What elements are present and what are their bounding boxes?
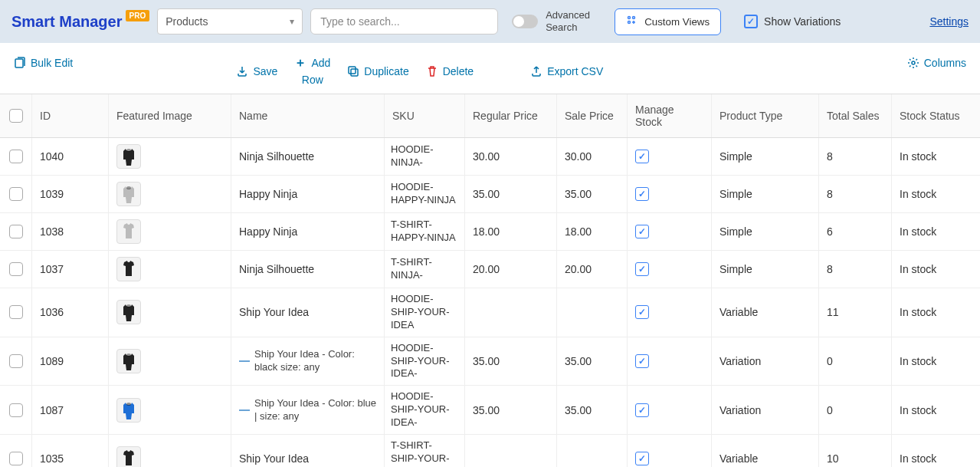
name-cell[interactable]: Ninja Silhouette [231,251,385,288]
sku-cell[interactable]: HOODIE-SHIP-YOUR-IDEA- [385,386,465,434]
stock-status-cell[interactable]: In stock [892,337,976,386]
manage-stock-cell[interactable]: ✓ [628,251,712,288]
header-sale-price[interactable]: Sale Price [557,94,628,137]
table-row[interactable]: 1089Ship Your Idea - Color: black size: … [0,337,980,386]
name-cell[interactable]: Ninja Silhouette [231,138,385,175]
add-row-button[interactable]: Add Row [294,57,330,86]
row-checkbox[interactable] [9,225,23,238]
settings-link[interactable]: Settings [929,15,969,28]
id-cell[interactable]: 1089 [32,337,109,386]
product-type-cell[interactable]: Variation [712,337,819,386]
name-cell[interactable]: Ship Your Idea [231,288,385,337]
stock-status-cell[interactable]: In stock [892,213,976,250]
id-cell[interactable]: 1037 [32,251,109,288]
manage-stock-checkbox[interactable]: ✓ [635,354,649,368]
row-checkbox[interactable] [9,150,23,163]
advanced-search-toggle[interactable] [512,15,538,28]
header-manage-stock[interactable]: Manage Stock [628,94,712,137]
dashboard-select[interactable]: Products [157,8,303,35]
delete-button[interactable]: Delete [426,57,474,86]
featured-image-cell[interactable] [109,138,231,175]
regular-price-cell[interactable]: 20.00 [465,251,557,288]
product-type-cell[interactable]: Simple [712,176,819,212]
sale-price-cell[interactable]: 35.00 [557,176,628,212]
total-sales-cell[interactable]: 8 [819,138,892,175]
product-type-cell[interactable]: Simple [712,213,819,250]
sku-cell[interactable]: HOODIE-SHIP-YOUR-IDEA [385,288,465,337]
sku-cell[interactable]: HOODIE-NINJA- [385,138,465,175]
total-sales-cell[interactable]: 10 [819,435,892,467]
featured-image-cell[interactable] [109,288,231,337]
regular-price-cell[interactable]: 35.00 [465,337,557,386]
manage-stock-checkbox[interactable]: ✓ [635,225,649,238]
header-regular-price[interactable]: Regular Price [465,94,557,137]
table-row[interactable]: 1087Ship Your Idea - Color: blue | size:… [0,386,980,435]
manage-stock-checkbox[interactable]: ✓ [635,403,649,417]
export-csv-button[interactable]: Export CSV [530,57,603,86]
manage-stock-checkbox[interactable]: ✓ [635,187,649,201]
featured-image-cell[interactable] [109,435,231,467]
manage-stock-cell[interactable]: ✓ [628,337,712,386]
total-sales-cell[interactable]: 0 [819,337,892,386]
stock-status-cell[interactable]: In stock [892,435,976,467]
header-name[interactable]: Name [231,94,385,137]
product-type-cell[interactable]: Variable [712,435,819,467]
regular-price-cell[interactable]: 18.00 [465,213,557,250]
sale-price-cell[interactable]: 30.00 [557,138,628,175]
row-checkbox[interactable] [9,452,23,465]
row-checkbox[interactable] [9,187,23,201]
row-checkbox[interactable] [9,354,23,368]
id-cell[interactable]: 1087 [32,386,109,434]
manage-stock-checkbox[interactable]: ✓ [635,305,649,319]
table-row[interactable]: 1037Ninja SilhouetteT-SHIRT-NINJA-20.002… [0,251,980,288]
regular-price-cell[interactable]: 35.00 [465,176,557,212]
header-sku[interactable]: SKU [385,94,465,137]
sale-price-cell[interactable] [557,435,628,467]
total-sales-cell[interactable]: 8 [819,251,892,288]
stock-status-cell[interactable]: In stock [892,251,976,288]
header-id[interactable]: ID [32,94,109,137]
featured-image-cell[interactable] [109,386,231,434]
id-cell[interactable]: 1035 [32,435,109,467]
sale-price-cell[interactable]: 18.00 [557,213,628,250]
show-variations-checkbox[interactable]: ✓ Show Variations [744,15,841,28]
name-cell[interactable]: Ship Your Idea - Color: black size: any [231,337,385,386]
table-row[interactable]: 1040Ninja SilhouetteHOODIE-NINJA-30.0030… [0,138,980,176]
stock-status-cell[interactable]: In stock [892,386,976,434]
header-total-sales[interactable]: Total Sales [819,94,892,137]
stock-status-cell[interactable]: In stock [892,288,976,337]
sale-price-cell[interactable]: 35.00 [557,337,628,386]
header-featured-image[interactable]: Featured Image [109,94,231,137]
name-cell[interactable]: Ship Your Idea - Color: blue | size: any [231,386,385,434]
featured-image-cell[interactable] [109,176,231,212]
sale-price-cell[interactable]: 35.00 [557,386,628,434]
stock-status-cell[interactable]: In stock [892,176,976,212]
regular-price-cell[interactable]: 30.00 [465,138,557,175]
id-cell[interactable]: 1036 [32,288,109,337]
featured-image-cell[interactable] [109,251,231,288]
custom-views-button[interactable]: Custom Views [615,8,721,35]
total-sales-cell[interactable]: 0 [819,386,892,434]
manage-stock-cell[interactable]: ✓ [628,435,712,467]
total-sales-cell[interactable]: 11 [819,288,892,337]
duplicate-button[interactable]: Duplicate [347,57,408,86]
product-type-cell[interactable]: Variation [712,386,819,434]
total-sales-cell[interactable]: 6 [819,213,892,250]
row-checkbox[interactable] [9,262,23,276]
product-type-cell[interactable]: Simple [712,138,819,175]
featured-image-cell[interactable] [109,213,231,250]
bulk-edit-button[interactable]: Bulk Edit [14,57,73,69]
sku-cell[interactable]: HOODIE-SHIP-YOUR-IDEA- [385,337,465,386]
manage-stock-checkbox[interactable]: ✓ [635,150,649,163]
regular-price-cell[interactable] [465,288,557,337]
stock-status-cell[interactable]: In stock [892,138,976,175]
manage-stock-checkbox[interactable]: ✓ [635,262,649,276]
sku-cell[interactable]: HOODIE-HAPPY-NINJA [385,176,465,212]
sku-cell[interactable]: T-SHIRT-HAPPY-NINJA [385,213,465,250]
featured-image-cell[interactable] [109,337,231,386]
product-type-cell[interactable]: Variable [712,288,819,337]
header-stock-status[interactable]: Stock Status [892,94,976,137]
header-product-type[interactable]: Product Type [712,94,819,137]
manage-stock-cell[interactable]: ✓ [628,288,712,337]
manage-stock-cell[interactable]: ✓ [628,386,712,434]
